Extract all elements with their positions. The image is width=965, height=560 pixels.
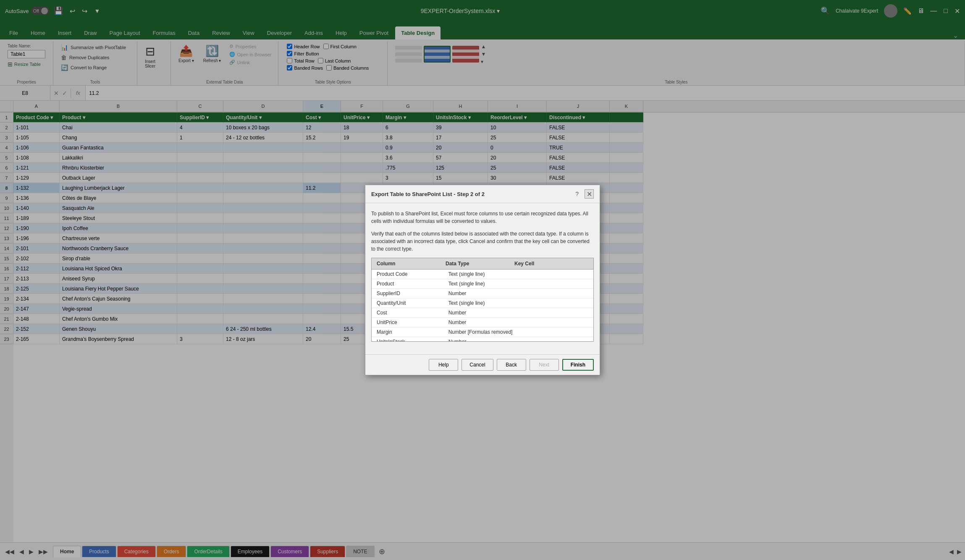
cell-column-3: SupplierID (375, 290, 447, 297)
cell-datatype-5: Number (447, 309, 519, 316)
modal-title: Export Table to SharePoint List - Step 2… (371, 191, 485, 197)
list-item: Cost Number (372, 308, 593, 318)
modal-overlay: Export Table to SharePoint List - Step 2… (0, 0, 965, 560)
cell-column-7: Margin (375, 329, 447, 335)
cell-keycell-5 (518, 309, 590, 316)
modal-help-icon[interactable]: ? (575, 191, 579, 197)
col-header-column: Column (375, 260, 444, 267)
cell-datatype-8: Number (447, 338, 519, 342)
modal-column-table[interactable]: Column Data Type Key Cell Product Code T… (371, 258, 594, 342)
list-item: Product Code Text (single line) (372, 270, 593, 279)
modal-body-text-2: Verify that each of the columns listed b… (371, 230, 594, 253)
list-item: UnitPrice Number (372, 318, 593, 327)
cell-datatype-4: Text (single line) (447, 300, 519, 306)
modal-header: Export Table to SharePoint List - Step 2… (365, 185, 600, 203)
cancel-button[interactable]: Cancel (462, 359, 493, 371)
cell-keycell-4 (518, 300, 590, 306)
next-button[interactable]: Next (530, 359, 559, 371)
cell-column-8: UnitsInStock (375, 338, 447, 342)
cell-keycell-6 (518, 319, 590, 326)
modal-table-header: Column Data Type Key Cell (372, 258, 593, 270)
list-item: Quantity/Unit Text (single line) (372, 298, 593, 308)
modal-body: To publish to a SharePoint list, Excel m… (365, 203, 600, 354)
cell-datatype-6: Number (447, 319, 519, 326)
help-button[interactable]: Help (429, 359, 458, 371)
back-button[interactable]: Back (497, 359, 526, 371)
modal-body-text-1: To publish to a SharePoint list, Excel m… (371, 210, 594, 225)
cell-datatype-7: Number [Formulas removed] (447, 329, 519, 335)
cell-keycell-8 (518, 338, 590, 342)
list-item: SupplierID Number (372, 289, 593, 298)
finish-button[interactable]: Finish (562, 359, 594, 371)
export-sharepoint-modal: Export Table to SharePoint List - Step 2… (365, 185, 600, 375)
list-item: Margin Number [Formulas removed] (372, 327, 593, 337)
scrollbar-space (582, 260, 590, 267)
cell-keycell-1 (518, 271, 590, 277)
cell-datatype-2: Text (single line) (447, 280, 519, 287)
col-header-datatype: Data Type (444, 260, 513, 267)
cell-keycell-2 (518, 280, 590, 287)
list-item: UnitsInStock Number (372, 337, 593, 342)
list-item: Product Text (single line) (372, 279, 593, 289)
cell-column-6: UnitPrice (375, 319, 447, 326)
modal-header-right: ? ✕ (575, 189, 594, 199)
cell-keycell-3 (518, 290, 590, 297)
modal-close-button[interactable]: ✕ (585, 189, 594, 199)
cell-column-5: Cost (375, 309, 447, 316)
cell-column-2: Product (375, 280, 447, 287)
cell-column-1: Product Code (375, 271, 447, 277)
modal-footer: Help Cancel Back Next Finish (365, 354, 600, 375)
cell-keycell-7 (518, 329, 590, 335)
cell-column-4: Quantity/Unit (375, 300, 447, 306)
col-header-keycell: Key Cell (513, 260, 582, 267)
cell-datatype-3: Number (447, 290, 519, 297)
cell-datatype-1: Text (single line) (447, 271, 519, 277)
